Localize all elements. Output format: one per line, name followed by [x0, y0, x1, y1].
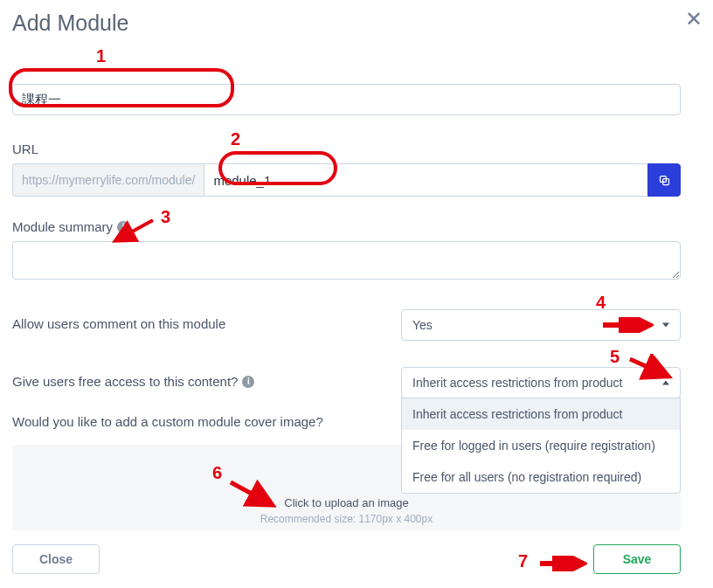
access-option-logged-in[interactable]: Free for logged in users (require regist… [402, 430, 680, 461]
access-label: Give users free access to this content? … [12, 367, 401, 389]
module-name-input[interactable] [12, 84, 681, 115]
summary-row: Module summary i [12, 219, 701, 283]
comments-label: Allow users comment on this module [12, 309, 401, 331]
upload-size-hint: Recommended size: 1170px x 400px [260, 513, 433, 525]
url-slug-input[interactable] [204, 163, 647, 197]
url-input-group: https://mymerrylife.com/module/ [12, 163, 681, 197]
access-option-all[interactable]: Free for all users (no registration requ… [402, 461, 680, 493]
module-summary-textarea[interactable] [12, 241, 681, 280]
info-icon[interactable]: i [242, 376, 254, 388]
save-button[interactable]: Save [593, 544, 681, 574]
module-name-row [12, 84, 701, 115]
access-option-inherit[interactable]: Inherit access restrictions from product [402, 398, 680, 430]
comments-select-wrap: Yes [401, 309, 681, 341]
summary-label: Module summary i [12, 219, 701, 234]
chevron-down-icon [662, 323, 669, 328]
annotation-number-1: 1 [96, 46, 106, 66]
access-row: Give users free access to this content? … [12, 367, 681, 398]
modal-footer: Close Save [12, 544, 681, 574]
modal-close-x[interactable]: ✕ [685, 9, 703, 30]
annotation-number-5: 5 [610, 347, 620, 367]
access-select[interactable]: Inherit access restrictions from product [401, 367, 681, 398]
access-select-wrap: Inherit access restrictions from product… [401, 367, 681, 398]
copy-icon [658, 174, 671, 187]
url-row: URL https://mymerrylife.com/module/ [12, 142, 701, 197]
access-dropdown: Inherit access restrictions from product… [401, 398, 681, 494]
chevron-up-icon [662, 381, 669, 385]
url-prefix: https://mymerrylife.com/module/ [12, 163, 204, 197]
url-label: URL [12, 142, 701, 156]
modal-title: Add Module [12, 10, 701, 36]
upload-text: Click to upload an image [284, 496, 408, 509]
info-icon[interactable]: i [117, 221, 129, 233]
copy-url-button[interactable] [647, 163, 681, 197]
comments-row: Allow users comment on this module Yes [12, 309, 681, 341]
comments-select[interactable]: Yes [401, 309, 681, 341]
close-button[interactable]: Close [12, 544, 100, 574]
